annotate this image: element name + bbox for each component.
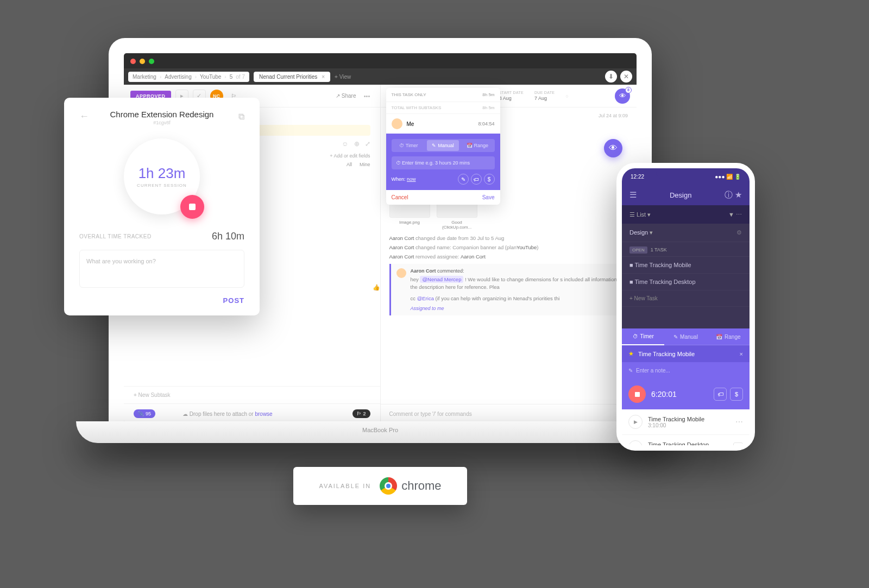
billable-icon[interactable]: $	[484, 174, 495, 185]
window-controls[interactable]	[130, 59, 154, 64]
attachment-dropzone[interactable]: 📎 95 ☁ Drop files here to attach or brow…	[124, 403, 380, 423]
add-view-button[interactable]: + View	[335, 74, 351, 80]
list-item[interactable]: ■ Time Tracking Desktop	[622, 274, 750, 290]
tab-title: Nenad Current Priorities	[259, 74, 317, 80]
crumb-count: 5	[230, 74, 233, 80]
list-item[interactable]: ▶ Time Tracking Mobile3:10:00 ⋯	[622, 409, 750, 435]
crumb-1[interactable]: Marketing	[133, 74, 156, 80]
active-tab[interactable]: Nenad Current Priorities ×	[254, 72, 330, 82]
more-icon[interactable]: ⋯	[736, 211, 742, 218]
dark-pill[interactable]: 🏳 2	[352, 409, 370, 418]
post-button[interactable]: POST	[79, 296, 244, 305]
close-icon[interactable]: ×	[740, 351, 743, 357]
overall-value: 6h 10m	[212, 231, 244, 242]
extension-title: Chrome Extension Redesign	[64, 110, 260, 119]
assigned-to-me: Assigned to me	[411, 306, 623, 311]
tab-manual[interactable]: ✎ Manual	[664, 328, 707, 345]
activity-log-item: Aaron Cort removed assignee: Aaron Cort	[389, 254, 628, 260]
tag-icon[interactable]: 🏷	[471, 174, 482, 185]
stop-icon	[189, 204, 196, 210]
list-item[interactable]: ■ Time Tracking Mobile	[622, 257, 750, 274]
when-now-link[interactable]: now	[407, 176, 416, 182]
list-item[interactable]: ▶ Time Tracking Desktop14:00:00 2	[622, 435, 750, 451]
tab-timer[interactable]: ⏱ Timer	[622, 328, 664, 345]
filter-mine[interactable]: Mine	[360, 162, 370, 167]
time-entry-me[interactable]: Me 8:04:54	[386, 114, 500, 134]
comment: Aaron Cort commented: hey @Nenad Mercep …	[389, 264, 628, 315]
mention[interactable]: @Nenad Mercep	[420, 276, 463, 283]
chrome-icon	[380, 477, 397, 495]
work-note-input[interactable]: What are you working on?	[79, 250, 244, 288]
play-icon[interactable]: ▶	[628, 415, 643, 429]
view-selector[interactable]: ☰ List ▾	[629, 211, 651, 218]
note-input[interactable]: ✎ Enter a note...	[622, 362, 750, 379]
chrome-extension-panel: ← Chrome Extension Redesign #1cgv8f ⧉ 1h…	[64, 98, 260, 315]
info-icon[interactable]: ⓘ	[725, 190, 733, 199]
star-icon[interactable]: ★	[735, 190, 742, 199]
close-icon[interactable]: ×	[322, 74, 325, 80]
gear-icon[interactable]: ⚙	[736, 229, 742, 236]
avatar	[396, 268, 406, 278]
section-header[interactable]: Design ▾⚙	[622, 224, 750, 242]
phone-title: Design	[670, 191, 691, 199]
breadcrumb[interactable]: Marketing› Advertising› YouTube› 5 of 7	[128, 72, 249, 82]
tab-timer[interactable]: ⏱ Timer	[393, 140, 425, 151]
share-button[interactable]: ↗ Share	[336, 93, 356, 99]
filter-all[interactable]: All	[347, 162, 352, 167]
menu-icon[interactable]: ☰	[629, 190, 637, 200]
time-input[interactable]: ⏱ Enter time e.g. 3 hours 20 mins	[392, 156, 495, 169]
more-icon[interactable]: ⋯	[735, 418, 743, 426]
timer-display: 1h 23m CURRENT SESSION	[124, 138, 200, 214]
mention[interactable]: @Erica	[417, 295, 434, 301]
crumb-2[interactable]: Advertising	[165, 74, 191, 80]
chrome-label: chrome	[401, 479, 441, 493]
filter-icon[interactable]: ▼	[728, 211, 734, 218]
time-mode-tabs[interactable]: ⏱ Timer ✎ Manual 📅 Range	[392, 139, 495, 152]
crumb-3[interactable]: YouTube	[200, 74, 221, 80]
cancel-button[interactable]: Cancel	[392, 194, 408, 200]
download-icon[interactable]: ⬇	[605, 71, 617, 83]
attachment-count-pill[interactable]: 📎 95	[134, 409, 155, 418]
tab-bar: Marketing› Advertising› YouTube› 5 of 7 …	[124, 68, 637, 85]
new-task-button[interactable]: + New Task	[622, 290, 750, 307]
activity-log-item: Aaron Cort changed name: Companion banne…	[389, 244, 628, 250]
tracked-entries-list: ▶ Time Tracking Mobile3:10:00 ⋯ ▶ Time T…	[622, 409, 750, 451]
tag-icon[interactable]: 🏷	[714, 388, 727, 401]
expand-icon[interactable]: ⤢	[365, 140, 370, 148]
billable-icon[interactable]: $	[730, 388, 743, 401]
tab-range[interactable]: 📅 Range	[461, 140, 493, 151]
new-subtask-button[interactable]: + New Subtask	[124, 386, 380, 403]
crumb-of: of 7	[236, 74, 245, 80]
circle-icon[interactable]: ○	[565, 93, 568, 99]
close-button[interactable]: ✕	[620, 71, 632, 83]
save-button[interactable]: Save	[482, 194, 495, 200]
stop-button[interactable]	[180, 195, 204, 219]
active-timer-task[interactable]: ★ Time Tracking Mobile ×	[622, 345, 750, 362]
note-icon[interactable]: ✎	[458, 174, 469, 185]
emoji-icon[interactable]: ☺	[342, 140, 348, 148]
more-icon[interactable]: •••	[361, 90, 374, 103]
available-in-label: AVAILABLE IN	[319, 483, 371, 489]
comment-composer[interactable]: Comment or type '/' for commands	[381, 404, 637, 423]
phone-notch	[656, 168, 716, 179]
timer-label: CURRENT SESSION	[137, 183, 187, 188]
task-id: #1cgv8f	[64, 120, 260, 125]
tab-range[interactable]: 📅 Range	[707, 328, 750, 345]
eye-fab[interactable]: 👁	[604, 139, 622, 157]
tab-manual[interactable]: ✎ Manual	[427, 140, 459, 151]
activity-log-item: Aaron Cort changed due date from 30 Jul …	[389, 235, 628, 241]
phone-header: ☰ Design ⓘ ★	[622, 185, 750, 205]
play-icon[interactable]: ▶	[628, 440, 643, 451]
watchers-button[interactable]: 👁8	[615, 88, 630, 104]
timer-value: 1h 23m	[138, 165, 186, 182]
browse-link[interactable]: browse	[255, 411, 272, 417]
attach-icon[interactable]: ⊕	[354, 140, 360, 148]
avatar	[392, 118, 402, 129]
timer-tabs[interactable]: ⏱ Timer ✎ Manual 📅 Range	[622, 328, 750, 345]
entry-count: 2	[733, 442, 743, 451]
phone-frame: 12:22●●● 📶 🔋 ☰ Design ⓘ ★ ☰ List ▾ ▼ ⋯ D…	[616, 163, 755, 451]
chrome-badge[interactable]: AVAILABLE IN chrome	[293, 467, 467, 505]
stop-button[interactable]	[628, 385, 646, 403]
overall-label: OVERALL TIME TRACKED	[79, 233, 152, 239]
elapsed-time: 6:20:01	[651, 390, 677, 399]
